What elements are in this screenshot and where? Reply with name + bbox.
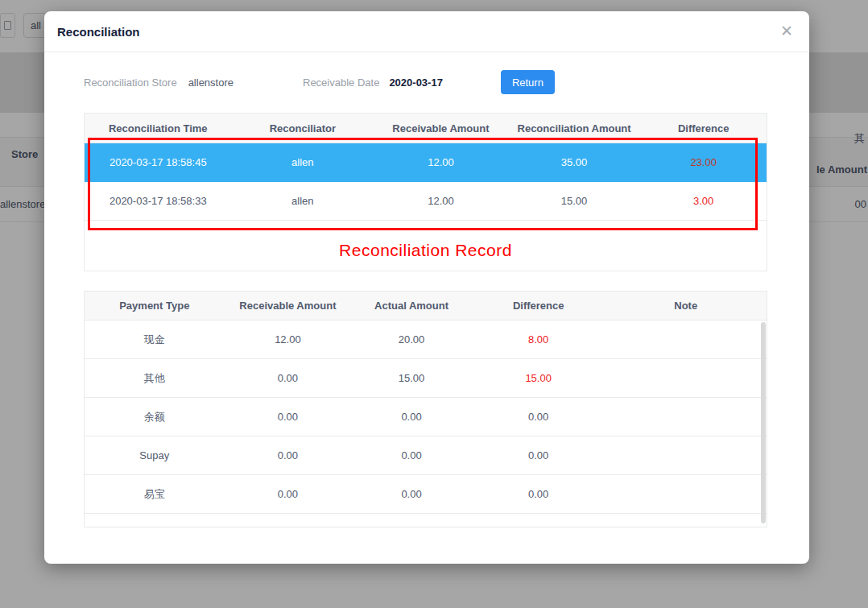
cell-actual-amount: 0.00 [351,475,472,513]
cell-reconciliation-amount: 35.00 [508,143,641,181]
cell-time: 2020-03-17 18:58:33 [85,182,232,220]
cell-difference: 0.00 [472,398,606,436]
cell-payment-type: 现金 [85,321,225,358]
reconciliation-info-row: Reconciliation Store allenstore Receivab… [84,70,555,94]
table-row[interactable]: 2020-03-17 18:58:33 allen 12.00 15.00 3.… [85,182,767,221]
cell-note [605,398,767,436]
table-row[interactable]: 2020-03-17 18:58:45 allen 12.00 35.00 23… [85,143,767,182]
cell-difference: 8.00 [472,321,606,358]
cell-actual-amount: 0.00 [351,398,472,436]
cell-difference: 3.00 [640,182,767,220]
cell-receivable-amount: 0.00 [225,359,352,397]
table-row[interactable]: 其他 0.00 15.00 15.00 [85,359,767,398]
table-row[interactable]: Supay 0.00 0.00 0.00 [85,436,767,475]
cell-receivable-amount: 12.00 [225,321,352,358]
store-value: allenstore [188,77,234,89]
cell-time: 2020-03-17 18:58:45 [85,143,232,181]
cell-difference: 0.00 [472,475,606,513]
modal-title: Reconciliation [57,25,140,39]
col-reconciliation-time: Reconciliation Time [85,114,232,143]
page: all Store 其 le Amount allenstore 00 Reco… [0,0,868,608]
cell-receivable-amount: 12.00 [374,143,508,181]
receivable-date-label: Receivable Date [303,77,379,89]
modal-header: Reconciliation ✕ [44,11,809,52]
col-receivable-amount: Receivable Amount [225,292,352,320]
payment-table-body: 现金 12.00 20.00 8.00 其他 0.00 15.00 15.00 … [85,321,767,527]
reconciliation-modal: Reconciliation ✕ Reconciliation Store al… [44,11,809,564]
cell-receivable-amount: 0.00 [225,436,352,474]
payment-type-table: Payment Type Receivable Amount Actual Am… [84,291,767,527]
cell-note [605,321,767,358]
col-note: Note [605,292,767,320]
cell-reconciliator: allen [232,143,374,181]
payment-table-header-row: Payment Type Receivable Amount Actual Am… [85,292,767,321]
cell-payment-type: 其他 [85,359,225,397]
table-scrollbar[interactable] [761,322,766,523]
reconciliation-record-table: Reconciliation Time Reconciliator Receiv… [84,113,767,271]
cell-difference: 15.00 [472,359,606,397]
col-payment-type: Payment Type [85,292,225,320]
cell-difference: 0.00 [472,436,606,474]
cell-difference: 23.00 [640,143,767,181]
table-row[interactable]: 现金 12.00 20.00 8.00 [85,321,767,359]
cell-payment-type: Supay [85,436,225,474]
return-button[interactable]: Return [501,70,555,94]
col-difference: Difference [640,114,767,143]
table-row[interactable]: 余额 0.00 0.00 0.00 [85,398,767,436]
cell-note [605,359,767,397]
receivable-date-value: 2020-03-17 [389,77,443,89]
cell-reconciliator: allen [232,182,374,220]
cell-receivable-amount: 12.00 [374,182,508,220]
cell-payment-type: 易宝 [85,475,225,513]
col-receivable-amount: Receivable Amount [374,114,508,143]
cell-payment-type: 余额 [85,398,225,436]
record-table-header-row: Reconciliation Time Reconciliator Receiv… [85,114,767,143]
annotation-label: Reconciliation Record [85,241,767,260]
col-difference: Difference [472,292,606,320]
close-icon[interactable]: ✕ [780,23,793,40]
store-label: Reconciliation Store [84,77,177,89]
col-reconciliation-amount: Reconciliation Amount [508,114,641,143]
cell-note [605,475,767,513]
cell-note [605,436,767,474]
cell-actual-amount: 15.00 [351,359,472,397]
table-row[interactable]: 易宝 0.00 0.00 0.00 [85,475,767,514]
col-actual-amount: Actual Amount [351,292,472,320]
cell-actual-amount: 20.00 [351,321,472,358]
cell-receivable-amount: 0.00 [225,475,352,513]
cell-reconciliation-amount: 15.00 [508,182,641,220]
col-reconciliator: Reconciliator [232,114,374,143]
cell-receivable-amount: 0.00 [225,398,352,436]
cell-actual-amount: 0.00 [351,436,472,474]
